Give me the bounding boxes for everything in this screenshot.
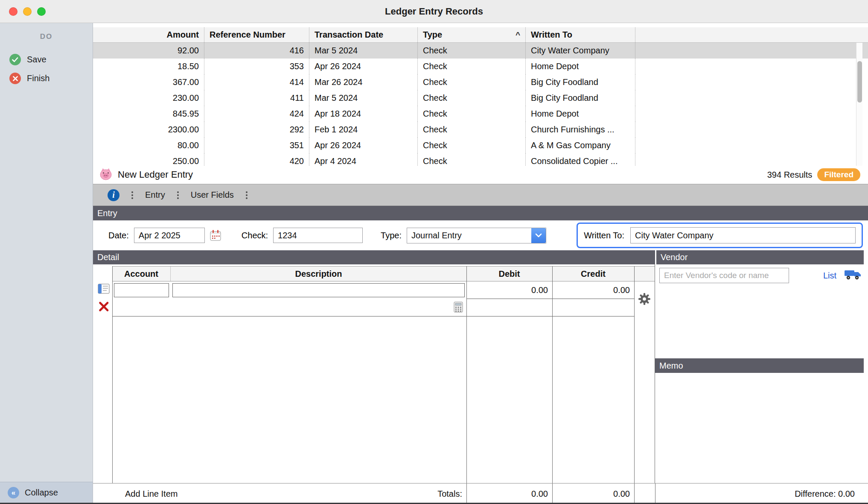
- memo-section-header: Memo: [655, 358, 864, 373]
- vendor-search-input[interactable]: [659, 268, 789, 283]
- table-row[interactable]: 367.00 414 Mar 26 2024 Check Big City Fo…: [93, 74, 868, 90]
- add-line-item-button[interactable]: Add Line Item: [125, 483, 178, 503]
- sidebar: DO Save Finish « Collapse: [0, 23, 93, 503]
- date-label: Date:: [108, 231, 129, 240]
- debit-empty-cell[interactable]: [466, 299, 552, 316]
- table-row[interactable]: 92.00 416 Mar 5 2024 Check City Water Co…: [93, 43, 868, 59]
- finish-button[interactable]: Finish: [9, 73, 93, 84]
- row-options-button[interactable]: [638, 293, 651, 307]
- type-dropdown-value: Journal Entry: [407, 228, 531, 243]
- account-field[interactable]: [114, 283, 169, 297]
- records-table-header: Amount Reference Number Transaction Date…: [93, 27, 868, 43]
- table-row[interactable]: 250.00 420 Apr 4 2024 Check Consolidated…: [93, 153, 868, 166]
- detail-table-header: Account Description Debit Credit: [112, 266, 655, 281]
- column-header-credit: Credit: [552, 267, 634, 281]
- divider: [552, 483, 553, 503]
- scrollbar-thumb[interactable]: [857, 61, 862, 103]
- finish-label: Finish: [27, 73, 50, 83]
- column-header-date[interactable]: Transaction Date: [309, 27, 418, 42]
- vertical-scrollbar[interactable]: [856, 43, 862, 166]
- table-row[interactable]: 845.95 424 Apr 18 2024 Check Home Depot: [93, 106, 868, 122]
- date-field[interactable]: [134, 228, 205, 243]
- type-dropdown[interactable]: Journal Entry: [407, 228, 546, 243]
- cell-reference: 411: [204, 90, 309, 106]
- written-to-focus-ring: Written To:: [577, 223, 863, 248]
- table-row[interactable]: 18.50 353 Apr 26 2024 Check Home Depot: [93, 59, 868, 74]
- divider: [466, 266, 467, 483]
- cell-date: Apr 4 2024: [309, 153, 418, 166]
- cell-type: Check: [418, 43, 526, 59]
- new-line-field[interactable]: [112, 299, 466, 316]
- written-to-field[interactable]: [630, 227, 856, 243]
- chevron-down-icon[interactable]: [531, 228, 546, 243]
- detail-line-items: Account Description Debit Credit 0.00 0.…: [93, 264, 655, 483]
- journal-book-icon[interactable]: [97, 283, 110, 296]
- column-header-options: [634, 267, 655, 281]
- column-header-debit: Debit: [466, 267, 552, 281]
- calculator-icon[interactable]: [454, 302, 463, 314]
- truck-icon[interactable]: [844, 269, 861, 282]
- detail-section-header: Detail: [93, 250, 655, 264]
- check-number-field[interactable]: [273, 228, 363, 243]
- divider: [466, 483, 467, 503]
- table-row[interactable]: 2300.00 292 Feb 1 2024 Check Church Furn…: [93, 122, 868, 138]
- collapse-label: Collapse: [25, 488, 58, 498]
- vendor-list-link[interactable]: List: [823, 271, 836, 281]
- vendor-panel: List Memo: [655, 264, 864, 483]
- tab-entry[interactable]: Entry: [145, 190, 165, 200]
- collapse-button[interactable]: « Collapse: [0, 482, 93, 503]
- spacer: [93, 23, 868, 27]
- cell-type: Check: [418, 138, 526, 153]
- cell-date: Mar 5 2024: [309, 90, 418, 106]
- table-row[interactable]: 230.00 411 Mar 5 2024 Check Big City Foo…: [93, 90, 868, 106]
- menu-dots-icon[interactable]: [177, 191, 179, 199]
- cell-reference: 416: [204, 43, 309, 59]
- totals-credit: 0.00: [554, 483, 630, 503]
- divider: [655, 483, 655, 503]
- filtered-badge[interactable]: Filtered: [817, 168, 860, 181]
- cell-date: Apr 18 2024: [309, 106, 418, 122]
- credit-empty-cell[interactable]: [552, 299, 634, 316]
- app-window: Ledger Entry Records DO Save Finish: [0, 0, 868, 504]
- x-circle-icon: [9, 73, 21, 84]
- credit-value[interactable]: 0.00: [552, 281, 634, 299]
- cell-type: Check: [418, 59, 526, 74]
- cell-written-to: Home Depot: [526, 59, 635, 74]
- tab-bar: i Entry User Fields: [93, 184, 868, 206]
- table-row[interactable]: 80.00 351 Apr 26 2024 Check A & M Gas Co…: [93, 138, 868, 153]
- delete-row-icon[interactable]: [99, 301, 109, 314]
- tab-user-fields[interactable]: User Fields: [191, 190, 234, 200]
- divider: [552, 266, 553, 483]
- menu-dots-icon[interactable]: [131, 191, 133, 199]
- save-button[interactable]: Save: [9, 54, 93, 65]
- cell-type: Check: [418, 106, 526, 122]
- cell-date: Apr 26 2024: [309, 138, 418, 153]
- check-circle-icon: [9, 54, 21, 65]
- double-chevron-left-icon: «: [8, 487, 19, 498]
- cell-amount: 80.00: [93, 138, 204, 153]
- column-header-reference[interactable]: Reference Number: [204, 27, 309, 42]
- check-label: Check:: [242, 231, 268, 240]
- column-header-written-to[interactable]: Written To: [526, 27, 635, 42]
- cell-reference: 353: [204, 59, 309, 74]
- totals-label: Totals:: [366, 483, 462, 503]
- status-bar: New Ledger Entry 394 Results Filtered: [93, 166, 868, 184]
- menu-dots-icon[interactable]: [246, 191, 248, 199]
- cell-written-to: Big City Foodland: [526, 74, 635, 90]
- description-field[interactable]: [172, 283, 465, 297]
- entry-section-header: Entry: [93, 206, 868, 220]
- detail-row-new: [112, 299, 655, 316]
- column-header-amount[interactable]: Amount: [93, 27, 204, 42]
- window-title: Ledger Entry Records: [0, 6, 868, 17]
- cell-reference: 424: [204, 106, 309, 122]
- debit-value[interactable]: 0.00: [466, 281, 552, 299]
- calendar-icon: [209, 229, 222, 242]
- cell-date: Apr 26 2024: [309, 59, 418, 74]
- cell-date: Feb 1 2024: [309, 122, 418, 138]
- cell-date: Mar 5 2024: [309, 43, 418, 59]
- column-header-type[interactable]: Type ^: [418, 27, 526, 42]
- cell-written-to: Church Furnishings ...: [526, 122, 635, 138]
- info-icon[interactable]: i: [108, 189, 119, 201]
- cell-amount: 367.00: [93, 74, 204, 90]
- calendar-picker-button[interactable]: [208, 228, 223, 243]
